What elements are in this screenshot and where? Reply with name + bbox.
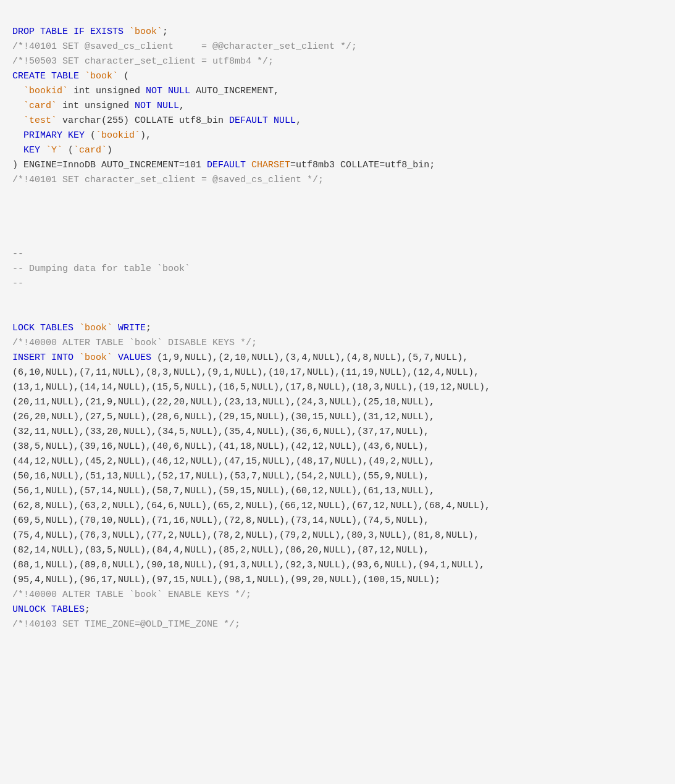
line-comment3: -- (12, 278, 23, 289)
line-6: `card` int unsigned NOT NULL, (12, 101, 185, 111)
line-v11: (69,5,NULL),(70,10,NULL),(71,16,NULL),(7… (12, 515, 429, 526)
line-alter2: /*!40000 ALTER TABLE `book` ENABLE KEYS … (12, 590, 251, 600)
line-2: /*!40101 SET @saved_cs_client = @@charac… (12, 41, 357, 52)
line-v13: (82,14,NULL),(83,5,NULL),(84,4,NULL),(85… (12, 545, 429, 556)
line-insert: INSERT INTO `book` VALUES (1,9,NULL),(2,… (12, 352, 468, 363)
line-v7: (44,12,NULL),(45,2,NULL),(46,12,NULL),(4… (12, 456, 435, 467)
line-comment1: -- (12, 249, 23, 259)
line-5: `bookid` int unsigned NOT NULL AUTO_INCR… (12, 86, 279, 96)
line-7: `test` varchar(255) COLLATE utf8_bin DEF… (12, 115, 301, 126)
line-8: PRIMARY KEY (`bookid`), (12, 130, 151, 141)
line-v12: (75,4,NULL),(76,3,NULL),(77,2,NULL),(78,… (12, 530, 479, 541)
line-v3: (20,11,NULL),(21,9,NULL),(22,20,NULL),(2… (12, 397, 435, 407)
line-alter1: /*!40000 ALTER TABLE `book` DISABLE KEYS… (12, 338, 257, 348)
line-unlock: UNLOCK TABLES; (12, 604, 90, 615)
line-v2: (13,1,NULL),(14,14,NULL),(15,5,NULL),(16… (12, 382, 490, 393)
code-container: DROP TABLE IF EXISTS `book`; /*!40101 SE… (0, 0, 675, 784)
line-9: KEY `Y` (`card`) (12, 145, 112, 156)
line-v5: (32,11,NULL),(33,20,NULL),(34,5,NULL),(3… (12, 427, 429, 437)
line-v6: (38,5,NULL),(39,16,NULL),(40,6,NULL),(41… (12, 441, 429, 452)
line-comment2: -- Dumping data for table `book` (12, 264, 190, 274)
line-11: /*!40101 SET character_set_client = @sav… (12, 175, 324, 185)
line-v14: (88,1,NULL),(89,8,NULL),(90,18,NULL),(91… (12, 560, 485, 570)
line-v9: (56,1,NULL),(57,14,NULL),(58,7,NULL),(59… (12, 486, 435, 496)
line-v4: (26,20,NULL),(27,5,NULL),(28,6,NULL),(29… (12, 412, 435, 422)
line-lock: LOCK TABLES `book` WRITE; (12, 323, 151, 333)
line-10: ) ENGINE=InnoDB AUTO_INCREMENT=101 DEFAU… (12, 160, 435, 170)
line-3: /*!50503 SET character_set_client = utf8… (12, 56, 274, 67)
line-v1: (6,10,NULL),(7,11,NULL),(8,3,NULL),(9,1,… (12, 367, 479, 378)
line-4: CREATE TABLE `book` ( (12, 71, 129, 81)
line-v15: (95,4,NULL),(96,17,NULL),(97,15,NULL),(9… (12, 575, 440, 585)
line-v10: (62,8,NULL),(63,2,NULL),(64,6,NULL),(65,… (12, 501, 490, 511)
line-v8: (50,16,NULL),(51,13,NULL),(52,17,NULL),(… (12, 471, 429, 482)
line-1: DROP TABLE IF EXISTS `book`; (12, 27, 168, 37)
code-block: DROP TABLE IF EXISTS `book`; /*!40101 SE… (12, 10, 663, 647)
line-timezone: /*!40103 SET TIME_ZONE=@OLD_TIME_ZONE */… (12, 619, 240, 630)
